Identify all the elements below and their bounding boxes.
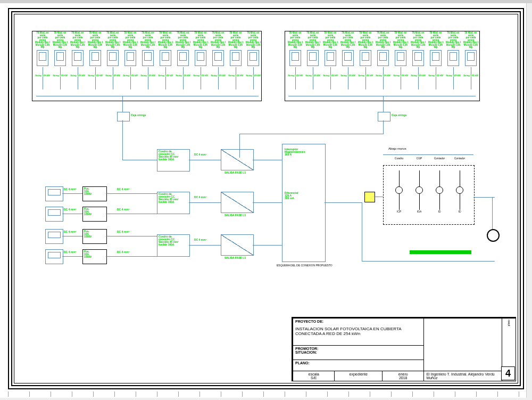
inverter-1: [221, 149, 254, 170]
pv-module: 76 Mód. en serie por cada string Módulo …: [305, 32, 321, 89]
module-label-bottom: String 1,05 kW: [375, 75, 391, 77]
module-label-bottom: String 1,05 kW: [358, 75, 373, 77]
panel-icon: [430, 50, 442, 66]
title-block: PROYECTO DE: INSTALACION SOLAR FOTOVOLTA…: [292, 317, 516, 381]
module-label-bottom: String 1,05 kW: [140, 75, 156, 77]
module-label-top: 76 Mód. en serie por cada string Módulo …: [322, 32, 338, 49]
wire: [374, 197, 383, 197]
pv-module: 76 Mód. en serie por cada string Módulo …: [210, 32, 226, 89]
module-label-top: 76 Mód. en serie por cada string Módulo …: [210, 32, 226, 49]
wire: [383, 154, 473, 155]
wire: [383, 96, 384, 112]
horizontal-scrollbar[interactable]: [0, 398, 527, 400]
expediente-header: expediente: [337, 372, 380, 376]
label: DC 4 mm²: [117, 231, 129, 233]
module-label-bottom: String 1,05 kW: [287, 75, 303, 77]
app-toolbar[interactable]: [0, 0, 532, 3]
escala-header: escala: [295, 372, 332, 376]
label: Cuadro de conexión CC Sección 35 mm² fus…: [159, 193, 179, 203]
pv-module: 76 Mód. en serie por cada string Módulo …: [157, 32, 173, 89]
module-label-bottom: String 1,05 kW: [175, 75, 191, 77]
panel-icon: [124, 50, 136, 66]
module-label-top: 76 Mód. en serie por cada string Módulo …: [305, 32, 321, 49]
label: DC 4 mm²: [194, 153, 206, 156]
vertical-scrollbar[interactable]: [526, 3, 532, 400]
module-label-top: 76 Mód. en serie por cada string Módulo …: [428, 32, 444, 49]
pv-module-side: [45, 249, 63, 264]
plano-header: PLANO:: [295, 361, 310, 365]
wire: [383, 120, 384, 134]
module-label-bottom: String 1,05 kW: [393, 75, 409, 77]
pv-module: 76 Mód. en serie por cada string Módulo …: [70, 32, 86, 89]
pv-module: 76 Mód. en serie por cada string Módulo …: [105, 32, 121, 89]
panel-icon: [177, 50, 189, 66]
inverter-symbol: [364, 192, 375, 202]
wire: [122, 142, 123, 160]
module-label-bottom: String 1,05 kW: [305, 75, 321, 77]
label: Fus. 10A 1000V: [84, 187, 92, 195]
pv-module: 76 Mód. en serie por cada string Módulo …: [340, 32, 356, 89]
bottom-ruler: [8, 391, 524, 397]
panel-icon: [377, 50, 389, 66]
label: Cuadro: [392, 157, 406, 160]
module-label-top: 76 Mód. en serie por cada string Módulo …: [87, 32, 103, 49]
label: Interruptor Magnetotérmico 160 A: [285, 148, 305, 156]
panel-icon: [72, 50, 84, 66]
panel-icon: [230, 50, 242, 66]
panel-icon: [307, 50, 319, 66]
panel-icon: [395, 50, 406, 66]
module-label-top: 76 Mód. en serie por cada string Módulo …: [35, 32, 51, 49]
module-label-bottom: String 1,05 kW: [463, 75, 479, 77]
label: DC 4 mm²: [117, 251, 129, 254]
wire: [122, 96, 123, 112]
panel-icon: [412, 50, 424, 66]
module-label-bottom: String 1,05 kW: [428, 75, 444, 77]
module-label-bottom: String 1,05 kW: [340, 75, 356, 77]
module-label-top: 76 Mód. en serie por cada string Módulo …: [105, 32, 121, 49]
pv-module: 76 Mód. en serie por cada string Módulo …: [35, 32, 51, 89]
caption: ESQUEMA DEL DE CONEXION PROPUESTO: [277, 264, 332, 267]
module-label-bottom: String 1,05 kW: [245, 75, 261, 77]
pv-module: 76 Mód. en serie por cada string Módulo …: [393, 32, 409, 89]
combiner-right: [378, 112, 390, 121]
module-label-top: 76 Mód. en serie por cada string Módulo …: [393, 32, 409, 49]
pv-module: 76 Mód. en serie por cada string Módulo …: [140, 32, 156, 89]
label: DC 4 mm²: [117, 208, 129, 211]
module-label-bottom: String 1,05 kW: [157, 75, 173, 77]
label: Caja strings: [131, 114, 146, 117]
pv-module: 76 Mód. en serie por cada string Módulo …: [463, 32, 479, 89]
module-label-top: 76 Mód. en serie por cada string Módulo …: [52, 32, 68, 49]
panel-icon: [107, 50, 119, 66]
module-label-bottom: String 1,05 kW: [122, 75, 138, 77]
label: SALIDA FASE L1: [225, 214, 246, 217]
module-label-top: 76 Mód. en serie por cada string Módulo …: [410, 32, 426, 49]
module-label-top: 76 Mód. en serie por cada string Módulo …: [375, 32, 391, 49]
label: Diferencial 125 A 300 mA: [285, 192, 298, 200]
wire: [62, 214, 82, 214]
panel-icon: [447, 50, 459, 66]
module-label-top: 76 Mód. en serie por cada string Módulo …: [228, 32, 244, 49]
pv-module: 76 Mód. en serie por cada string Módulo …: [52, 32, 68, 89]
label: Cuadro de conexión CC Sección 35 mm² fus…: [159, 235, 179, 246]
dc-bus-right: [288, 96, 476, 96]
label: Abajo muros: [388, 147, 406, 150]
panel-icon: [160, 50, 171, 66]
pv-module-side: [45, 229, 63, 244]
proyecto-title: INSTALACION SOLAR FOTOVOLTAICA EN CUBIER…: [295, 326, 421, 336]
pv-module: 76 Mód. en serie por cada string Módulo …: [428, 32, 444, 89]
wire: [122, 120, 123, 142]
module-label-bottom: String 1,05 kW: [228, 75, 244, 77]
module-label-bottom: String 1,05 kW: [105, 75, 121, 77]
detail-green-bar: ESQUEMA UNIFILAR: [410, 250, 471, 254]
pv-module: 76 Mód. en serie por cada string Módulo …: [245, 32, 261, 89]
wire: [106, 236, 157, 236]
pv-module: 76 Mód. en serie por cada string Módulo …: [122, 32, 138, 89]
label: DC 4 mm²: [64, 231, 76, 233]
pv-module: 76 Mód. en serie por cada string Módulo …: [358, 32, 373, 89]
wire: [362, 261, 495, 262]
fecha-header: enero: [385, 372, 421, 376]
label: SALIDA FASE L1: [225, 172, 246, 174]
label: Contador: [432, 157, 447, 160]
panel-icon: [465, 50, 477, 66]
panel-icon: [89, 50, 101, 66]
